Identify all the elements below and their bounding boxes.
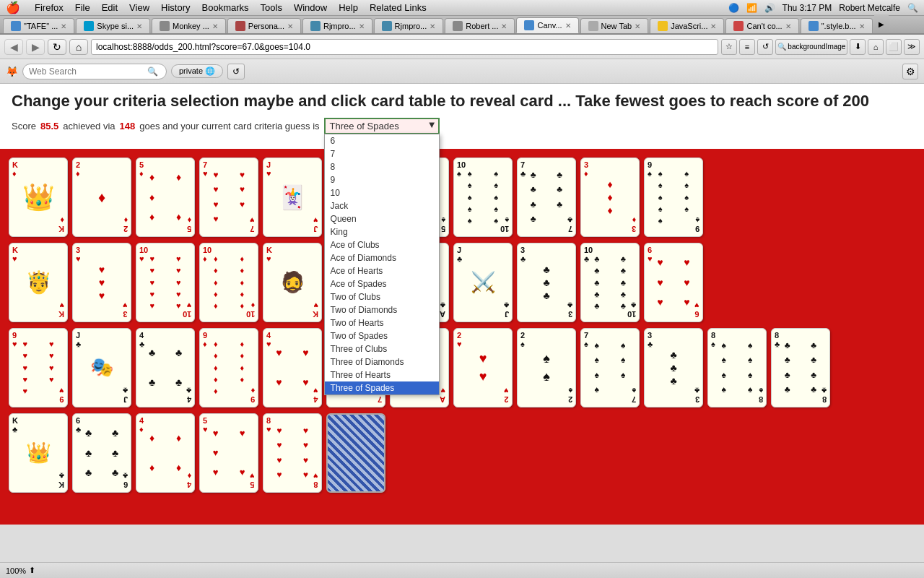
downloads[interactable]: ⬇ [850,39,866,55]
tab-javascript[interactable]: JavaScri... ✕ [650,18,724,33]
apple-menu[interactable]: 🍎 [6,1,20,14]
search-bar-icon[interactable]: 🔍 backgroundImage [775,39,847,55]
card-jc2[interactable]: J♣ 🎭 J♣ [72,328,131,407]
tab-tafe[interactable]: "TAFE" ... ✕ [3,18,74,33]
criteria-dropdown[interactable]: Three of Spades ▼ [324,118,440,134]
card-jh[interactable]: J♥ 🃏 J♥ [263,158,322,237]
card-7h[interactable]: 7♥ ♥♥♥♥♥♥♥ 7♥ [199,158,258,237]
card-9d[interactable]: 9♦ ♦♦♦♦♦♦♦♦♦ 9♦ [199,328,258,407]
card-6h[interactable]: 6♥ ♥♥♥♥♥♥ 6♥ [644,243,703,322]
tab-robert[interactable]: Robert ... ✕ [445,18,515,33]
dropdown-item-9[interactable]: 9 [325,173,439,186]
card-10c[interactable]: 10♣ ♣♣♣♣♣♣♣♣♣♣ 10♣ [580,243,640,322]
card-7s[interactable]: 7♠ ♠♠♠♠♠♠♠ 7♠ [580,328,640,407]
tab-skype[interactable]: Skype si... ✕ [76,18,150,33]
menu-help[interactable]: Help [339,2,358,13]
reader-view[interactable]: ≡ [739,39,755,55]
tab-newtab[interactable]: New Tab ✕ [580,18,649,33]
tab-style[interactable]: ".style.b... ✕ [801,18,873,33]
reload-button[interactable]: ↻ [48,39,66,55]
card-back[interactable] [326,413,385,493]
card-9s[interactable]: 9♠ ♠♠♠♠♠♠♠♠♠ 9♠ [644,158,703,237]
card-4c[interactable]: 4♣ ♣♣♣♣ 4♣ [136,328,195,407]
card-kc[interactable]: K♣ 👑 K♣ [9,413,68,493]
card-3h[interactable]: 3♥ ♥♥♥ 3♥ [72,243,131,322]
card-5h[interactable]: 5♥ ♥♥♥♥♥ 5♥ [199,413,258,493]
nav-home2[interactable]: ⌂ [868,39,884,55]
menu-view[interactable]: View [129,2,149,13]
dropdown-item-6[interactable]: 6 [325,134,439,147]
back-button[interactable]: ◀ [4,39,23,55]
card-k2[interactable]: K♥ 🧔 K♥ [263,243,322,322]
tab-monkey[interactable]: Monkey ... ✕ [152,18,226,33]
tab-strip-right-arrow[interactable]: ▶ [874,14,889,33]
dropdown-item-king[interactable]: King [325,225,439,238]
card-8s[interactable]: 8♠ ♠♠♠♠♠♠♠♠ 8♠ [707,328,767,407]
menu-file[interactable]: File [75,2,90,13]
card-7c[interactable]: 7♣ ♣♣♣♣♣♣♣ 7♣ [517,158,576,237]
bookmark-star[interactable]: ☆ [721,39,737,55]
dropdown-item-two-spades[interactable]: Two of Spades [325,329,439,342]
card-6c[interactable]: 6♣ ♣♣♣♣♣♣ 6♣ [72,413,131,493]
refresh-btn[interactable]: ↺ [227,64,245,79]
card-10h[interactable]: 10♥ ♥♥♥♥♥♥♥♥♥♥ 10♥ [136,243,195,322]
card-4d[interactable]: 4♦ ♦♦♦♦ 4♦ [136,413,195,493]
dropdown-item-10[interactable]: 10 [325,186,439,199]
menu-history[interactable]: History [161,2,190,13]
card-3d[interactable]: 3♦ ♦♦♦ 3♦ [580,158,640,237]
tab-canvas[interactable]: Canv... ✕ [516,17,578,33]
settings-icon[interactable]: ⚙ [902,64,918,79]
card-5d[interactable]: 5♦ ♦♦♦♦♦ 5♦ [136,158,195,237]
card-4h[interactable]: 4♥ ♥♥♥♥ 4♥ [263,328,322,407]
url-bar[interactable] [91,39,718,55]
search-go-button[interactable]: 🔍 [147,66,158,77]
dropdown-item-three-hearts[interactable]: Three of Hearts [325,368,439,381]
dropdown-item-ace-clubs[interactable]: Ace of Clubs [325,238,439,251]
dropdown-item-three-diamonds[interactable]: Three of Diamonds [325,355,439,368]
menu-window[interactable]: Window [294,2,327,13]
menu-firefox[interactable]: Firefox [35,2,64,13]
card-3c[interactable]: 3♣ ♣♣♣ 3♣ [517,243,576,322]
card-2d[interactable]: 2♦ ♦ 2♦ [72,158,131,237]
dropdown-list[interactable]: 6 7 8 9 10 Jack Queen King Ace of Clubs … [324,134,440,395]
card-8c[interactable]: 8♣ ♣♣♣♣♣♣♣♣ 8♣ [771,328,830,407]
card-2s[interactable]: 2♠ ♠♠ 2♠ [517,328,576,407]
dropdown-item-ace-hearts[interactable]: Ace of Hearts [325,264,439,277]
search-input[interactable] [29,66,144,77]
menu-bookmarks[interactable]: Bookmarks [202,2,249,13]
tab-cantco[interactable]: Can't co... ✕ [725,18,798,33]
card-10s[interactable]: 10♠ ♠♠♠♠♠♠♠♠♠♠ 10♠ [453,158,513,237]
card-kh[interactable]: K♥ 🤴 K♥ [9,243,68,322]
search-input-wrap[interactable]: 🔍 [22,64,167,79]
menu-tools[interactable]: Tools [261,2,282,13]
dropdown-item-three-spades[interactable]: Three of Spades [325,381,439,394]
dropdown-item-three-clubs[interactable]: Three of Clubs [325,342,439,355]
dropdown-item-queen[interactable]: Queen [325,212,439,225]
card-8h[interactable]: 8♥ ♥♥♥♥♥♥♥♥ 8♥ [263,413,322,493]
search-icon[interactable]: 🔍 [907,3,918,13]
nav-extra[interactable]: ≫ [904,39,920,55]
menu-edit[interactable]: Edit [102,2,118,13]
card-kd[interactable]: K♦ 👑 K♦ [9,158,68,237]
tab-close-tafe[interactable]: ✕ [61,22,66,30]
card-2h[interactable]: 2♥ ♥♥ 2♥ [453,328,513,407]
dropdown-item-two-diamonds[interactable]: Two of Diamonds [325,303,439,316]
forward-button[interactable]: ▶ [26,39,45,55]
home-button[interactable]: ⌂ [69,39,88,55]
dropdown-item-two-clubs[interactable]: Two of Clubs [325,290,439,303]
zoom-slider[interactable]: ⬆ [29,566,35,575]
card-9h[interactable]: 9♥ ♥♥♥♥♥♥♥♥♥ 9♥ [9,328,68,407]
tabs-btn[interactable]: ⬜ [886,39,902,55]
card-3c2[interactable]: 3♣ ♣♣♣ 3♣ [644,328,703,407]
card-10d[interactable]: 10♦ ♦♦♦♦♦♦♦♦♦♦ 10♦ [199,243,258,322]
dropdown-item-ace-spades[interactable]: Ace of Spades [325,277,439,290]
dropdown-item-8[interactable]: 8 [325,160,439,173]
tab-rjmpro1[interactable]: Rjmpro... ✕ [302,18,372,33]
menu-related-links[interactable]: Related Links [370,2,427,13]
dropdown-item-ace-diamonds[interactable]: Ace of Diamonds [325,251,439,264]
private-button[interactable]: private 🌐 [171,64,223,78]
tab-persona[interactable]: Persona... ✕ [227,18,301,33]
dropdown-item-jack[interactable]: Jack [325,199,439,212]
tab-rjmpro2[interactable]: Rjmpro... ✕ [374,18,444,33]
dropdown-item-two-hearts[interactable]: Two of Hearts [325,316,439,329]
